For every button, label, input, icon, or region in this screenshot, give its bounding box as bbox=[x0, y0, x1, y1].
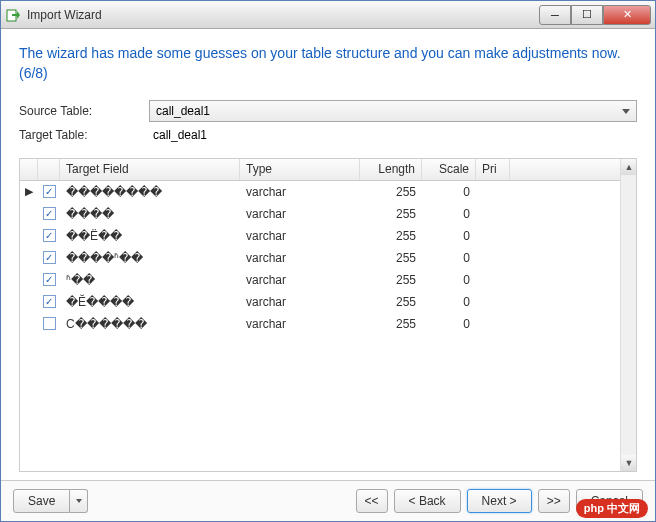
row-length[interactable]: 255 bbox=[360, 247, 422, 269]
row-marker bbox=[20, 247, 38, 269]
row-length[interactable]: 255 bbox=[360, 203, 422, 225]
row-scale[interactable]: 0 bbox=[422, 225, 476, 247]
scroll-down-icon[interactable]: ▼ bbox=[621, 455, 637, 471]
next-button[interactable]: Next > bbox=[467, 489, 532, 513]
row-type[interactable]: varchar bbox=[240, 291, 360, 313]
row-field[interactable]: �Ĕ���� bbox=[60, 291, 240, 313]
window-controls: ─ ☐ ✕ bbox=[539, 5, 651, 25]
row-primary[interactable] bbox=[476, 247, 510, 269]
row-checkbox[interactable]: ✓ bbox=[38, 225, 60, 247]
content-area: The wizard has made some guesses on your… bbox=[1, 29, 655, 480]
row-checkbox[interactable]: ✓ bbox=[38, 247, 60, 269]
table-row[interactable]: ✓����ʱ��varchar2550 bbox=[20, 247, 620, 269]
row-marker bbox=[20, 291, 38, 313]
grid-body: ▶✓��������varchar2550✓����varchar2550✓��… bbox=[20, 181, 620, 335]
row-checkbox[interactable] bbox=[38, 313, 60, 335]
col-primary-header[interactable]: Pri bbox=[476, 159, 510, 180]
table-row[interactable]: ✓��Ë��varchar2550 bbox=[20, 225, 620, 247]
source-table-dropdown[interactable]: call_deal1 bbox=[149, 100, 637, 122]
app-icon bbox=[5, 7, 21, 23]
row-primary[interactable] bbox=[476, 203, 510, 225]
source-table-label: Source Table: bbox=[19, 104, 149, 118]
row-marker bbox=[20, 203, 38, 225]
table-row[interactable]: ✓����varchar2550 bbox=[20, 203, 620, 225]
row-primary[interactable] bbox=[476, 225, 510, 247]
row-length[interactable]: 255 bbox=[360, 225, 422, 247]
row-length[interactable]: 255 bbox=[360, 291, 422, 313]
row-field[interactable]: ���� bbox=[60, 203, 240, 225]
col-marker-header[interactable] bbox=[20, 159, 38, 180]
row-primary[interactable] bbox=[476, 181, 510, 203]
row-checkbox[interactable]: ✓ bbox=[38, 269, 60, 291]
scroll-up-icon[interactable]: ▲ bbox=[621, 159, 637, 175]
table-row[interactable]: C������varchar2550 bbox=[20, 313, 620, 335]
fields-grid: Target Field Type Length Scale Pri ▶✓���… bbox=[19, 158, 637, 472]
target-table-row: Target Table: call_deal1 bbox=[19, 128, 637, 142]
row-scale[interactable]: 0 bbox=[422, 203, 476, 225]
row-length[interactable]: 255 bbox=[360, 181, 422, 203]
watermark: php 中文网 bbox=[576, 499, 648, 518]
row-type[interactable]: varchar bbox=[240, 181, 360, 203]
save-split-button[interactable]: Save bbox=[13, 489, 88, 513]
row-checkbox[interactable]: ✓ bbox=[38, 291, 60, 313]
back-button[interactable]: < Back bbox=[394, 489, 461, 513]
target-table-label: Target Table: bbox=[19, 128, 149, 142]
titlebar: Import Wizard ─ ☐ ✕ bbox=[1, 1, 655, 29]
row-type[interactable]: varchar bbox=[240, 247, 360, 269]
target-table-value: call_deal1 bbox=[149, 128, 207, 142]
col-field-header[interactable]: Target Field bbox=[60, 159, 240, 180]
last-button[interactable]: >> bbox=[538, 489, 570, 513]
row-field[interactable]: ʱ�� bbox=[60, 269, 240, 291]
maximize-button[interactable]: ☐ bbox=[571, 5, 603, 25]
row-type[interactable]: varchar bbox=[240, 225, 360, 247]
source-table-value: call_deal1 bbox=[156, 104, 210, 118]
row-primary[interactable] bbox=[476, 313, 510, 335]
col-type-header[interactable]: Type bbox=[240, 159, 360, 180]
save-button[interactable]: Save bbox=[13, 489, 70, 513]
row-scale[interactable]: 0 bbox=[422, 181, 476, 203]
row-scale[interactable]: 0 bbox=[422, 313, 476, 335]
source-table-row: Source Table: call_deal1 bbox=[19, 100, 637, 122]
row-length[interactable]: 255 bbox=[360, 313, 422, 335]
row-field[interactable]: ����ʱ�� bbox=[60, 247, 240, 269]
vertical-scrollbar[interactable]: ▲ ▼ bbox=[620, 159, 636, 471]
row-checkbox[interactable]: ✓ bbox=[38, 181, 60, 203]
row-primary[interactable] bbox=[476, 291, 510, 313]
row-type[interactable]: varchar bbox=[240, 313, 360, 335]
row-marker bbox=[20, 225, 38, 247]
row-scale[interactable]: 0 bbox=[422, 291, 476, 313]
grid-inner: Target Field Type Length Scale Pri ▶✓���… bbox=[20, 159, 620, 471]
row-scale[interactable]: 0 bbox=[422, 269, 476, 291]
row-primary[interactable] bbox=[476, 269, 510, 291]
import-wizard-window: Import Wizard ─ ☐ ✕ The wizard has made … bbox=[0, 0, 656, 522]
col-scale-header[interactable]: Scale bbox=[422, 159, 476, 180]
col-check-header[interactable] bbox=[38, 159, 60, 180]
footer: Save << < Back Next > >> Cancel bbox=[1, 480, 655, 521]
row-marker bbox=[20, 269, 38, 291]
table-row[interactable]: ▶✓��������varchar2550 bbox=[20, 181, 620, 203]
window-title: Import Wizard bbox=[27, 8, 539, 22]
step-description: The wizard has made some guesses on your… bbox=[19, 43, 637, 84]
first-button[interactable]: << bbox=[356, 489, 388, 513]
table-row[interactable]: ✓�Ĕ����varchar2550 bbox=[20, 291, 620, 313]
col-length-header[interactable]: Length bbox=[360, 159, 422, 180]
close-button[interactable]: ✕ bbox=[603, 5, 651, 25]
row-marker: ▶ bbox=[20, 181, 38, 203]
table-row[interactable]: ✓ʱ��varchar2550 bbox=[20, 269, 620, 291]
row-field[interactable]: �������� bbox=[60, 181, 240, 203]
row-type[interactable]: varchar bbox=[240, 269, 360, 291]
minimize-button[interactable]: ─ bbox=[539, 5, 571, 25]
row-checkbox[interactable]: ✓ bbox=[38, 203, 60, 225]
row-marker bbox=[20, 313, 38, 335]
save-dropdown-icon[interactable] bbox=[70, 489, 88, 513]
row-type[interactable]: varchar bbox=[240, 203, 360, 225]
row-field[interactable]: ��Ë�� bbox=[60, 225, 240, 247]
row-length[interactable]: 255 bbox=[360, 269, 422, 291]
grid-header: Target Field Type Length Scale Pri bbox=[20, 159, 620, 181]
row-field[interactable]: C������ bbox=[60, 313, 240, 335]
row-scale[interactable]: 0 bbox=[422, 247, 476, 269]
